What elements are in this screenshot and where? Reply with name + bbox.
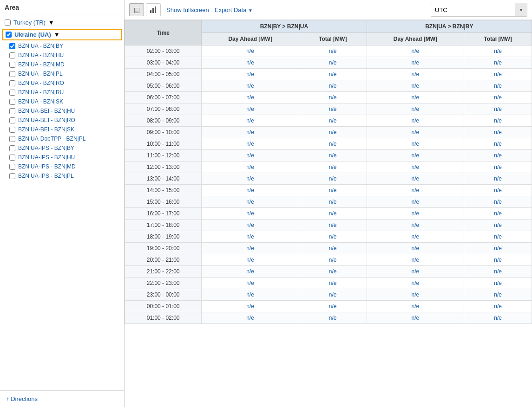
list-item-bzn-ua-ips-hu[interactable]: BZN|UA-IPS - BZN|HU — [0, 153, 124, 162]
table-row: 03:00 - 04:00n/en/en/en/e — [125, 57, 532, 69]
bzn-ua-ips-pl-label[interactable]: BZN|UA-IPS - BZN|PL — [18, 173, 74, 179]
list-item-bzn-ua-bei-hu[interactable]: BZN|UA-BEI - BZN|HU — [0, 106, 124, 116]
bzn-ua-md-label[interactable]: BZN|UA - BZN|MD — [18, 61, 65, 68]
cell-na: n/e — [464, 278, 532, 289]
cell-na: n/e — [464, 92, 532, 103]
cell-time: 04:00 - 05:00 — [125, 69, 202, 80]
bzn-ua-dobtpp-pl-checkbox[interactable] — [9, 136, 15, 142]
cell-time: 12:00 - 13:00 — [125, 162, 202, 173]
list-item-bzn-ua-hu[interactable]: BZN|UA - BZN|HU — [0, 51, 124, 60]
list-item-bzn-ua-ips-md[interactable]: BZN|UA-IPS - BZN|MD — [0, 162, 124, 171]
bzn-ua-bei-sk-label[interactable]: BZN|UA-BEI - BZN|SK — [18, 126, 74, 133]
bzn-ua-by-checkbox[interactable] — [9, 43, 15, 49]
table-row: 14:00 - 15:00n/en/en/en/e — [125, 185, 532, 196]
cell-time: 16:00 - 17:00 — [125, 208, 202, 220]
bzn-ua-pl-label[interactable]: BZN|UA - BZN|PL — [18, 71, 63, 77]
col-bzn1-day-ahead: Day Ahead [MW] — [202, 33, 299, 45]
utc-selector[interactable]: ▼ — [431, 3, 527, 17]
cell-na: n/e — [202, 150, 299, 162]
show-fullscreen-link[interactable]: Show fullscreen — [166, 6, 209, 13]
bzn-ua-ips-by-checkbox[interactable] — [9, 145, 15, 151]
list-item-bzn-ua-md[interactable]: BZN|UA - BZN|MD — [0, 60, 124, 69]
bzn-ua-md-checkbox[interactable] — [9, 62, 15, 68]
bzn-ua-pl-checkbox[interactable] — [9, 71, 15, 77]
sidebar-item-ukraine[interactable]: Ukraine (UA) ▼ — [2, 29, 122, 40]
bzn-ua-ips-hu-label[interactable]: BZN|UA-IPS - BZN|HU — [18, 154, 75, 161]
utc-dropdown-button[interactable]: ▼ — [515, 3, 527, 16]
cell-na: n/e — [299, 173, 367, 185]
bzn-ua-ro-label[interactable]: BZN|UA - BZN|RO — [18, 80, 64, 86]
cell-na: n/e — [202, 266, 299, 278]
cell-na: n/e — [299, 115, 367, 127]
cell-na: n/e — [299, 289, 367, 301]
bzn-ua-ips-by-label[interactable]: BZN|UA-IPS - BZN|BY — [18, 145, 74, 151]
cell-na: n/e — [367, 92, 464, 103]
grid-view-button[interactable]: ▤ — [129, 3, 144, 16]
turkey-checkbox[interactable] — [5, 19, 11, 26]
export-data-link[interactable]: Export Data ▼ — [215, 6, 253, 13]
bzn-ua-ips-md-checkbox[interactable] — [9, 164, 15, 170]
cell-na: n/e — [367, 196, 464, 208]
bzn-ua-hu-label[interactable]: BZN|UA - BZN|HU — [18, 52, 64, 58]
bzn-ua-bei-hu-label[interactable]: BZN|UA-BEI - BZN|HU — [18, 108, 75, 114]
bzn-ua-ips-md-label[interactable]: BZN|UA-IPS - BZN|MD — [18, 163, 76, 170]
col-group-bzn2: BZN|UA > BZN|BY — [367, 20, 532, 33]
cell-na: n/e — [367, 278, 464, 289]
cell-na: n/e — [202, 115, 299, 127]
cell-na: n/e — [464, 254, 532, 266]
table-row: 19:00 - 20:00n/en/en/en/e — [125, 243, 532, 254]
bzn-ua-by-label[interactable]: BZN|UA - BZN|BY — [18, 43, 63, 49]
list-item-bzn-ua-ips-pl[interactable]: BZN|UA-IPS - BZN|PL — [0, 171, 124, 181]
turkey-label[interactable]: Turkey (TR) — [13, 19, 46, 26]
list-item-bzn-ua-pl[interactable]: BZN|UA - BZN|PL — [0, 69, 124, 78]
list-item-bzn-ua-ips-by[interactable]: BZN|UA-IPS - BZN|BY — [0, 143, 124, 153]
cell-time: 10:00 - 11:00 — [125, 138, 202, 150]
sidebar-item-turkey[interactable]: Turkey (TR) ▼ — [0, 17, 124, 28]
cell-na: n/e — [299, 301, 367, 312]
bzn-ua-ips-pl-checkbox[interactable] — [9, 173, 15, 179]
bzn-ua-bei-ro-label[interactable]: BZN|UA-BEI - BZN|RO — [18, 117, 75, 123]
table-row: 07:00 - 08:00n/en/en/en/e — [125, 103, 532, 115]
list-item-bzn-ua-ru[interactable]: BZN|UA - BZN|RU — [0, 88, 124, 97]
bzn-ua-ro-checkbox[interactable] — [9, 80, 15, 86]
bzn-ua-dobtpp-pl-label[interactable]: BZN|UA-DobTPP - BZN|PL — [18, 136, 85, 142]
bzn-ua-ru-checkbox[interactable] — [9, 90, 15, 96]
col-group-bzn1: BZN|BY > BZN|UA — [202, 20, 367, 33]
list-item-bzn-ua-sk[interactable]: BZN|UA - BZN|SK — [0, 97, 124, 106]
list-item-bzn-ua-bei-ro[interactable]: BZN|UA-BEI - BZN|RO — [0, 116, 124, 125]
cell-na: n/e — [367, 150, 464, 162]
table-row: 05:00 - 06:00n/en/en/en/e — [125, 80, 532, 92]
bzn-ua-bei-hu-checkbox[interactable] — [9, 108, 15, 114]
cell-na: n/e — [202, 185, 299, 196]
utc-input[interactable] — [431, 5, 515, 15]
list-item-bzn-ua-bei-sk[interactable]: BZN|UA-BEI - BZN|SK — [0, 125, 124, 134]
cell-time: 23:00 - 00:00 — [125, 289, 202, 301]
cell-na: n/e — [464, 127, 532, 138]
ukraine-checkbox[interactable] — [6, 32, 12, 38]
cell-na: n/e — [202, 173, 299, 185]
cell-na: n/e — [299, 278, 367, 289]
cell-na: n/e — [202, 220, 299, 231]
list-item-bzn-ua-by[interactable]: BZN|UA - BZN|BY — [0, 41, 124, 51]
cell-na: n/e — [367, 231, 464, 243]
bzn-ua-bei-ro-checkbox[interactable] — [9, 117, 15, 123]
list-item-bzn-ua-ro[interactable]: BZN|UA - BZN|RO — [0, 78, 124, 88]
bzn-ua-ips-hu-checkbox[interactable] — [9, 155, 15, 161]
bzn-ua-sk-checkbox[interactable] — [9, 99, 15, 105]
cell-na: n/e — [464, 208, 532, 220]
list-item-bzn-ua-dobtpp-pl[interactable]: BZN|UA-DobTPP - BZN|PL — [0, 134, 124, 143]
bzn-ua-ru-label[interactable]: BZN|UA - BZN|RU — [18, 89, 64, 96]
directions-button[interactable]: + Directions — [0, 390, 124, 407]
bzn-ua-hu-checkbox[interactable] — [9, 52, 15, 58]
cell-time: 02:00 - 03:00 — [125, 45, 202, 57]
cell-na: n/e — [299, 103, 367, 115]
table-row: 17:00 - 18:00n/en/en/en/e — [125, 220, 532, 231]
bzn-ua-bei-sk-checkbox[interactable] — [9, 127, 15, 133]
bzn-ua-sk-label[interactable]: BZN|UA - BZN|SK — [18, 98, 63, 105]
cell-na: n/e — [202, 196, 299, 208]
cell-na: n/e — [367, 173, 464, 185]
chart-view-button[interactable] — [146, 3, 161, 16]
grid-icon: ▤ — [134, 6, 140, 13]
cell-na: n/e — [299, 92, 367, 103]
ukraine-label[interactable]: Ukraine (UA) — [14, 31, 51, 38]
